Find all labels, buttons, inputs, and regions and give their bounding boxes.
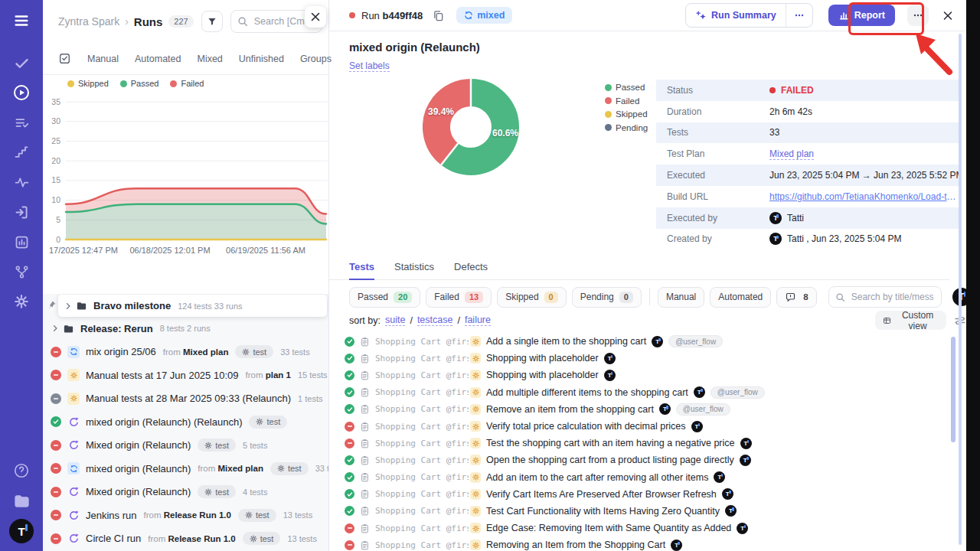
sort-by-failure[interactable]: failure bbox=[465, 315, 491, 326]
copy-run-id-button[interactable] bbox=[431, 8, 446, 23]
sidebar-item-integrations[interactable] bbox=[8, 260, 34, 283]
tests-search-input[interactable] bbox=[850, 291, 935, 303]
filter-count-badge: 13 bbox=[465, 292, 483, 303]
run-row[interactable]: Circle CI runfrom Release Run 1.0test13 … bbox=[43, 527, 328, 551]
sidebar-item-tests[interactable] bbox=[8, 51, 34, 74]
test-suite-label: Shopping Cart @firs… bbox=[375, 387, 469, 397]
user-avatar[interactable]: T bbox=[9, 519, 34, 543]
filter-manual[interactable]: Manual bbox=[658, 287, 704, 308]
sidebar-item-test-plans[interactable] bbox=[8, 111, 34, 134]
status-failed-icon bbox=[51, 370, 61, 380]
test-row[interactable]: Shopping Cart @firs…Add a single item to… bbox=[345, 333, 945, 350]
test-row[interactable]: Shopping Cart @firs…Open the shopping ca… bbox=[345, 452, 945, 468]
sidebar-item-settings[interactable] bbox=[8, 290, 34, 313]
run-title: mix origin 25/06 bbox=[86, 346, 156, 357]
runs-tab-manual[interactable]: Manual bbox=[87, 54, 119, 64]
custom-view-button[interactable]: Custom view bbox=[875, 311, 946, 330]
tests-scrollbar[interactable] bbox=[951, 337, 956, 442]
test-title: Add an item to the cart after removing a… bbox=[486, 472, 708, 483]
detail-value: 33 bbox=[769, 127, 779, 138]
test-row[interactable]: Shopping Cart @firs…Add multiple differe… bbox=[345, 384, 945, 401]
runs-tab-mixed[interactable]: Mixed bbox=[197, 54, 222, 64]
svg-text:0: 0 bbox=[56, 235, 60, 244]
sidebar-item-runs[interactable] bbox=[8, 81, 34, 104]
expand-chevron-icon[interactable] bbox=[51, 324, 60, 333]
assignee-avatar: T bbox=[671, 540, 682, 551]
filter-pending[interactable]: Pending0 bbox=[572, 287, 642, 308]
sidebar-item-defects[interactable] bbox=[8, 171, 34, 194]
test-plan-link[interactable]: Mixed plan bbox=[769, 148, 814, 160]
menu-icon[interactable] bbox=[8, 9, 34, 32]
tab-tests[interactable]: Tests bbox=[349, 261, 374, 280]
set-labels-link[interactable]: Set labels bbox=[349, 60, 390, 72]
run-row[interactable]: mix origin 25/06from Mixed plantest33 te… bbox=[43, 341, 328, 364]
run-summary-button[interactable]: Run Summary bbox=[686, 4, 786, 27]
runs-tab-automated[interactable]: Automated bbox=[135, 54, 181, 64]
sort-links: suite/testcase/failure bbox=[385, 315, 491, 326]
more-actions-button[interactable] bbox=[907, 5, 929, 26]
run-row[interactable]: Mixed origin (Relaunch)test5 tests bbox=[43, 434, 328, 458]
test-row[interactable]: Shopping Cart @firs…Test the shopping ca… bbox=[345, 435, 945, 452]
tests-search[interactable] bbox=[828, 286, 942, 308]
sidebar-item-requirements[interactable] bbox=[8, 201, 34, 223]
sidebar-item-reports[interactable] bbox=[8, 230, 34, 253]
build-url-link[interactable]: https://github.com/TetianaKhomenko/Load-… bbox=[769, 191, 959, 202]
comments-filter-button[interactable]: 8 bbox=[776, 287, 816, 308]
filter-skipped[interactable]: Skipped0 bbox=[497, 287, 567, 308]
status-filters: Passed20Failed13Skipped0Pending0 bbox=[349, 287, 642, 308]
run-tests-count: 15 tests bbox=[298, 370, 328, 380]
filter-failed[interactable]: Failed13 bbox=[426, 287, 492, 308]
list-check-icon bbox=[14, 115, 30, 131]
filter-button[interactable] bbox=[201, 11, 223, 32]
runs-group-row[interactable]: Release: Rerun8 tests 2 runs bbox=[43, 317, 328, 341]
runs-tab-groups[interactable]: Groups bbox=[300, 54, 332, 64]
sort-by-suite[interactable]: suite bbox=[385, 315, 405, 326]
run-type-manual-icon bbox=[67, 393, 80, 405]
relaunch-run-icon bbox=[68, 439, 80, 451]
tab-defects[interactable]: Defects bbox=[454, 261, 488, 280]
detail-row-executed-by: Executed byTTatti bbox=[656, 207, 959, 229]
run-summary-more-button[interactable] bbox=[786, 4, 812, 27]
app-sidebar: T bbox=[0, 0, 43, 551]
test-row[interactable]: Shopping Cart @firs…Removing an Item fro… bbox=[345, 536, 945, 551]
test-row[interactable]: Shopping Cart @firs…Shopping with placeh… bbox=[345, 350, 945, 367]
expand-chevron-icon[interactable] bbox=[64, 302, 73, 311]
manual-run-icon bbox=[70, 394, 78, 403]
panel-close-button[interactable] bbox=[305, 6, 326, 28]
projects-icon[interactable] bbox=[8, 489, 34, 512]
test-row[interactable]: Shopping Cart @firs…Verify Cart Items Ar… bbox=[345, 486, 945, 503]
test-row[interactable]: Shopping Cart @firs…Remove an item from … bbox=[345, 401, 945, 418]
run-title: mixed origin (Relaunch) (Relaunch) bbox=[86, 416, 242, 428]
test-suite-label: Shopping Cart @firs… bbox=[375, 472, 469, 482]
run-tests-count: 4 tests bbox=[243, 487, 267, 497]
breadcrumb-app[interactable]: Zyntra Spark bbox=[58, 15, 119, 28]
test-row[interactable]: Shopping Cart @firs…Edge Case: Removing … bbox=[345, 520, 945, 536]
help-icon[interactable] bbox=[8, 459, 34, 482]
test-row[interactable]: Shopping Cart @firs…Verify total price c… bbox=[345, 418, 945, 435]
filter-automated[interactable]: Automated bbox=[710, 287, 771, 308]
run-row[interactable]: Manual tests at 17 Jun 2025 10:09from pl… bbox=[43, 364, 328, 387]
filter-passed[interactable]: Passed20 bbox=[349, 287, 420, 308]
run-row[interactable]: mixed origin (Relaunch)from Mixed plante… bbox=[43, 457, 328, 481]
sort-by-testcase[interactable]: testcase bbox=[417, 315, 453, 326]
sidebar-item-milestones[interactable] bbox=[8, 141, 34, 164]
report-button[interactable]: Report bbox=[828, 5, 895, 26]
run-row[interactable]: Manual tests at 28 Mar 2025 09:33 (Relau… bbox=[43, 387, 328, 411]
tests-list: Shopping Cart @firs…Add a single item to… bbox=[345, 333, 945, 551]
svg-text:25: 25 bbox=[51, 136, 60, 145]
run-row[interactable]: mixed origin (Relaunch) (Relaunch)test bbox=[43, 410, 328, 434]
run-row[interactable]: Jenkins runfrom Release Run 1.0test13 te… bbox=[43, 504, 328, 527]
detail-close-button[interactable] bbox=[939, 6, 957, 24]
run-row[interactable]: Mixed origin (Relaunch)test4 tests bbox=[43, 481, 328, 504]
manual-run-icon bbox=[472, 371, 480, 380]
test-row[interactable]: Shopping Cart @firs…Test Cart Functional… bbox=[345, 503, 945, 520]
tab-statistics[interactable]: Statistics bbox=[394, 261, 434, 280]
test-row[interactable]: Shopping Cart @firs…Add an item to the c… bbox=[345, 469, 945, 486]
runs-group-row[interactable]: Bravo milestone124 tests 33 runs bbox=[58, 295, 327, 317]
panel-scrollbar[interactable] bbox=[959, 34, 962, 545]
relaunch-run-icon bbox=[68, 533, 80, 544]
relaunch-run-icon bbox=[68, 486, 80, 497]
select-all-icon[interactable] bbox=[58, 52, 71, 65]
test-row[interactable]: Shopping Cart @firs…Shopping with placeh… bbox=[345, 367, 945, 383]
runs-tab-unfinished[interactable]: Unfinished bbox=[239, 54, 284, 64]
